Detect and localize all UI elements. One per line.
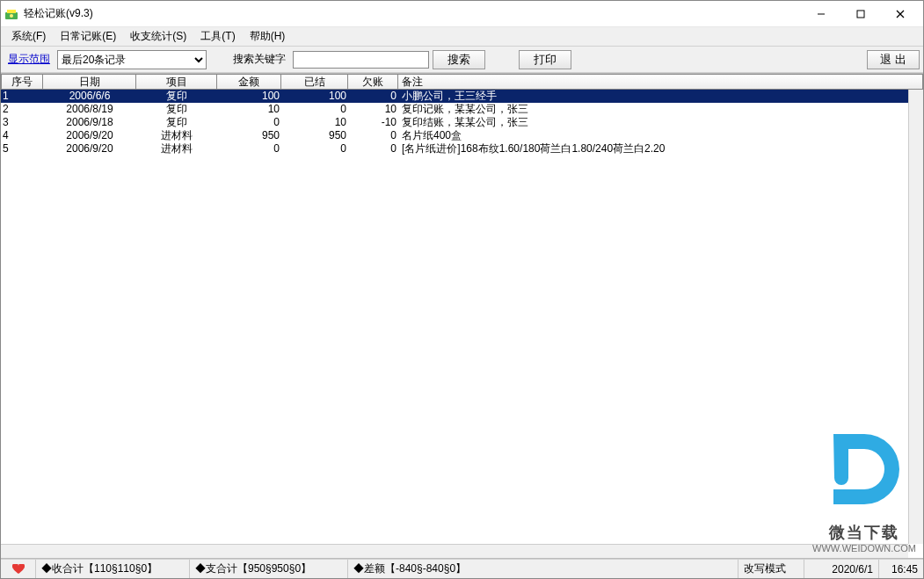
print-button[interactable]: 打印: [519, 50, 571, 69]
svg-point-2: [10, 14, 13, 18]
col-paid[interactable]: 已结: [281, 74, 348, 90]
cell: 1: [1, 90, 43, 103]
col-remark[interactable]: 备注: [398, 74, 923, 90]
cell: 进材料: [136, 129, 217, 142]
minimize-button[interactable]: [801, 2, 840, 26]
cell: [名片纸进价]168布纹1.60/180荷兰白1.80/240荷兰白2.20: [398, 142, 923, 156]
cell: 0: [217, 142, 281, 156]
cell: 950: [281, 129, 348, 142]
cell: 复印: [136, 90, 217, 103]
cell: -10: [348, 116, 398, 129]
cell: 2006/8/19: [43, 103, 136, 116]
menu-tools[interactable]: 工具(T): [193, 27, 242, 46]
status-time: 16:45: [879, 560, 923, 578]
col-seq[interactable]: 序号: [1, 74, 43, 90]
cell: 0: [348, 142, 398, 156]
cell: 复印结账，某某公司，张三: [398, 116, 923, 129]
cell: 2006/9/18: [43, 116, 136, 129]
menu-stats[interactable]: 收支统计(S): [123, 27, 193, 46]
exit-button[interactable]: 退 出: [867, 50, 920, 69]
range-label[interactable]: 显示范围: [4, 52, 54, 67]
app-window: 轻松记账(v9.3) 系统(F) 日常记账(E) 收支统计(S) 工具(T) 帮…: [0, 0, 924, 579]
cell: 0: [348, 129, 398, 142]
col-debt[interactable]: 欠账: [348, 74, 398, 90]
status-diff: ◆差额【-840§-840§0】: [348, 560, 738, 578]
heart-icon: [12, 564, 25, 575]
cell: 0: [348, 90, 398, 103]
status-mode: 改写模式: [738, 560, 804, 578]
cell: 2006/6/6: [43, 90, 136, 103]
cell: 0: [281, 142, 348, 156]
cell: 5: [1, 142, 43, 156]
cell: 4: [1, 129, 43, 142]
range-select[interactable]: 最后20条记录: [57, 50, 207, 69]
cell: 名片纸400盒: [398, 129, 923, 142]
horizontal-scrollbar[interactable]: [1, 544, 908, 558]
cell: 复印记账，某某公司，张三: [398, 103, 923, 116]
cell: 2: [1, 103, 43, 116]
status-income: ◆收合计【110§110§0】: [36, 560, 190, 578]
search-button[interactable]: 搜索: [433, 50, 485, 69]
table-row[interactable]: 12006/6/6复印1001000小鹏公司，王三经手: [1, 90, 923, 103]
status-bar: ◆收合计【110§110§0】 ◆支合计【950§950§0】 ◆差额【-840…: [1, 559, 923, 578]
title-bar[interactable]: 轻松记账(v9.3): [1, 1, 923, 27]
app-icon: [4, 7, 18, 21]
cell: 10: [281, 116, 348, 129]
svg-rect-4: [857, 11, 864, 18]
table-row[interactable]: 42006/9/20进材料9509500名片纸400盒: [1, 129, 923, 142]
col-date[interactable]: 日期: [43, 74, 136, 90]
window-title: 轻松记账(v9.3): [24, 6, 801, 21]
cell: 2006/9/20: [43, 129, 136, 142]
status-icon-cell: [1, 560, 36, 578]
cell: 10: [348, 103, 398, 116]
data-grid: 序号 日期 项目 金额 已结 欠账 备注 12006/6/6复印1001000小…: [1, 73, 923, 559]
grid-header: 序号 日期 项目 金额 已结 欠账 备注: [1, 74, 923, 90]
cell: 100: [217, 90, 281, 103]
col-amount[interactable]: 金额: [217, 74, 281, 90]
col-item[interactable]: 项目: [136, 74, 217, 90]
cell: 3: [1, 116, 43, 129]
table-row[interactable]: 22006/8/19复印10010复印记账，某某公司，张三: [1, 103, 923, 116]
menu-help[interactable]: 帮助(H): [243, 27, 293, 46]
cell: 复印: [136, 116, 217, 129]
close-button[interactable]: [880, 2, 920, 26]
cell: 100: [281, 90, 348, 103]
table-row[interactable]: 32006/9/18复印010-10复印结账，某某公司，张三: [1, 116, 923, 129]
status-date: 2020/6/1: [804, 560, 879, 578]
menu-system[interactable]: 系统(F): [4, 27, 53, 46]
toolbar: 显示范围 最后20条记录 搜索关键字 搜索 打印 退 出: [1, 47, 923, 73]
cell: 复印: [136, 103, 217, 116]
cell: 10: [217, 103, 281, 116]
table-row[interactable]: 52006/9/20进材料000[名片纸进价]168布纹1.60/180荷兰白1…: [1, 142, 923, 156]
cell: 进材料: [136, 142, 217, 156]
menu-daily[interactable]: 日常记账(E): [53, 27, 123, 46]
grid-body[interactable]: 12006/6/6复印1001000小鹏公司，王三经手22006/8/19复印1…: [1, 90, 923, 558]
cell: 0: [281, 103, 348, 116]
vertical-scrollbar[interactable]: [908, 90, 923, 544]
maximize-button[interactable]: [840, 2, 880, 26]
window-buttons: [801, 2, 920, 26]
search-input[interactable]: [293, 51, 429, 69]
svg-rect-1: [7, 10, 16, 13]
status-expense: ◆支合计【950§950§0】: [190, 560, 348, 578]
cell: 2006/9/20: [43, 142, 136, 156]
cell: 0: [217, 116, 281, 129]
cell: 小鹏公司，王三经手: [398, 90, 923, 103]
cell: 950: [217, 129, 281, 142]
search-label: 搜索关键字: [229, 52, 289, 67]
menu-bar: 系统(F) 日常记账(E) 收支统计(S) 工具(T) 帮助(H): [1, 27, 923, 47]
